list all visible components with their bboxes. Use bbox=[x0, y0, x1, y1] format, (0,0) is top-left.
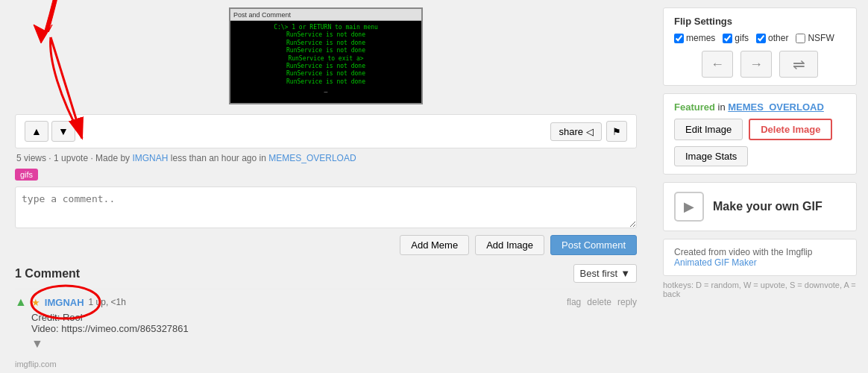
post-comment-button[interactable]: Post Comment bbox=[550, 235, 637, 255]
nav-arrows: ← → ⇌ bbox=[674, 51, 846, 78]
terminal-line-2: RunService is not done bbox=[233, 31, 418, 39]
comments-title: 1 Comment bbox=[15, 267, 80, 280]
comment-input[interactable] bbox=[15, 186, 637, 228]
checkbox-memes[interactable]: memes bbox=[674, 33, 715, 43]
star-icon: ★ bbox=[31, 297, 40, 308]
share-label: share bbox=[559, 126, 583, 137]
terminal-cursor: _ bbox=[233, 86, 418, 93]
comment-item: ▲ ★ IMGNAH 1 up, <1h flag delete reply C… bbox=[15, 289, 637, 357]
downvote-icon: ▼ bbox=[58, 125, 69, 137]
checkbox-memes-input[interactable] bbox=[674, 34, 684, 43]
sort-dropdown[interactable]: Best first ▼ bbox=[573, 264, 637, 283]
checkbox-other[interactable]: other bbox=[756, 33, 788, 43]
share-icon: ◁ bbox=[586, 126, 594, 137]
upvote-button[interactable]: ▲ bbox=[25, 121, 48, 142]
featured-text: Featured in MEMES_OVERLOAD bbox=[674, 101, 846, 113]
checkbox-gifs[interactable]: gifs bbox=[723, 33, 749, 43]
flip-settings-panel: Flip Settings memes gifs other NSFW bbox=[663, 7, 857, 86]
comment-body: Credit: Rool Video: https://vimeo.com/86… bbox=[15, 312, 637, 334]
flag-comment-link[interactable]: flag bbox=[567, 297, 581, 307]
comment-body-line1: Credit: Rool bbox=[31, 312, 637, 323]
delete-comment-link[interactable]: delete bbox=[587, 297, 611, 307]
terminal-line-6: RunService is not done bbox=[233, 63, 418, 70]
tag-badge[interactable]: gifs bbox=[15, 169, 38, 181]
comment-body-line2: Video: https://vimeo.com/865327861 bbox=[31, 323, 637, 334]
created-from-section: Created from video with the Imgflip Anim… bbox=[663, 239, 857, 276]
add-image-button[interactable]: Add Image bbox=[475, 235, 544, 255]
collection-link[interactable]: MEMES_OVERLOAD bbox=[268, 153, 356, 163]
view-count: 5 views bbox=[16, 153, 46, 163]
checkbox-nsfw[interactable]: NSFW bbox=[796, 33, 834, 43]
flip-settings-title: Flip Settings bbox=[674, 16, 846, 27]
terminal-line-4: RunService is not done bbox=[233, 47, 418, 54]
shuffle-button[interactable]: ⇌ bbox=[779, 51, 818, 78]
flag-icon: ⚑ bbox=[612, 126, 621, 137]
checkbox-nsfw-input[interactable] bbox=[796, 34, 805, 43]
comment-downvote-icon[interactable]: ▼ bbox=[31, 337, 43, 350]
comment-score: 1 up, <1h bbox=[89, 297, 126, 307]
edit-image-button[interactable]: Edit Image bbox=[674, 119, 743, 140]
terminal-title: Post and Comment bbox=[233, 11, 291, 19]
checkbox-gifs-input[interactable] bbox=[723, 34, 732, 43]
next-button[interactable]: → bbox=[740, 51, 772, 78]
flip-checkboxes: memes gifs other NSFW bbox=[674, 33, 846, 43]
image-stats-button[interactable]: Image Stats bbox=[674, 146, 748, 166]
image-action-buttons: Edit Image Delete Image bbox=[674, 119, 846, 140]
upvote-count: 1 upvote bbox=[54, 153, 88, 163]
sort-chevron-icon: ▼ bbox=[620, 268, 630, 279]
reply-comment-link[interactable]: reply bbox=[617, 297, 637, 307]
comment-actions: Add Meme Add Image Post Comment bbox=[15, 235, 637, 255]
terminal-gif: Post and Comment C:\> 1 or RETURN to mai… bbox=[229, 7, 423, 104]
play-icon: ▶ bbox=[684, 198, 694, 215]
checkbox-other-input[interactable] bbox=[756, 34, 766, 43]
prev-button[interactable]: ← bbox=[702, 51, 733, 78]
terminal-line-8: RunService is not done bbox=[233, 78, 418, 86]
animated-gif-maker-link[interactable]: Animated GIF Maker bbox=[674, 257, 757, 268]
downvote-button[interactable]: ▼ bbox=[51, 121, 75, 142]
shuffle-icon: ⇌ bbox=[793, 55, 805, 73]
created-from-text: Created from video with the Imgflip bbox=[674, 247, 812, 257]
comment-upvote-icon[interactable]: ▲ bbox=[15, 295, 27, 309]
action-bar: ▲ ▼ share ◁ ⚑ bbox=[15, 114, 637, 148]
share-area: share ◁ ⚑ bbox=[550, 121, 627, 142]
vote-buttons: ▲ ▼ bbox=[25, 121, 75, 142]
comment-username-link[interactable]: IMGNAH bbox=[45, 297, 84, 308]
terminal-line-1: C:\> 1 or RETURN to main menu bbox=[233, 24, 418, 31]
comment-user-row: ▲ ★ IMGNAH 1 up, <1h flag delete reply bbox=[15, 295, 637, 309]
flag-button[interactable]: ⚑ bbox=[606, 121, 627, 142]
terminal-line-7: RunService is not done bbox=[233, 70, 418, 78]
make-gif-text: Make your own GIF bbox=[713, 200, 823, 213]
add-meme-button[interactable]: Add Meme bbox=[400, 235, 469, 255]
imgflip-footer: imgflip.com bbox=[15, 357, 637, 372]
share-button[interactable]: share ◁ bbox=[550, 122, 602, 141]
upvote-icon: ▲ bbox=[31, 125, 42, 137]
featured-collection-link[interactable]: MEMES_OVERLOAD bbox=[728, 101, 824, 113]
make-gif-section[interactable]: ▶ Make your own GIF bbox=[663, 182, 857, 231]
featured-section: Featured in MEMES_OVERLOAD Edit Image De… bbox=[663, 93, 857, 175]
terminal-line-3: RunService is not done bbox=[233, 40, 418, 47]
meta-info: 5 views · 1 upvote · Made by IMGNAH less… bbox=[15, 153, 637, 163]
hotkeys-bar: hotkeys: D = random, W = upvote, S = dow… bbox=[663, 276, 857, 303]
sidebar: Flip Settings memes gifs other NSFW bbox=[652, 0, 868, 373]
play-icon-circle: ▶ bbox=[674, 192, 704, 222]
comment-action-links: flag delete reply bbox=[567, 297, 637, 307]
comments-header: 1 Comment Best first ▼ bbox=[15, 264, 637, 283]
delete-image-button[interactable]: Delete Image bbox=[749, 119, 832, 140]
featured-label: Featured bbox=[674, 101, 715, 113]
terminal-line-5: RunService to exit a> bbox=[233, 55, 418, 63]
sort-label: Best first bbox=[580, 268, 618, 279]
author-link[interactable]: IMGNAH bbox=[132, 153, 168, 163]
